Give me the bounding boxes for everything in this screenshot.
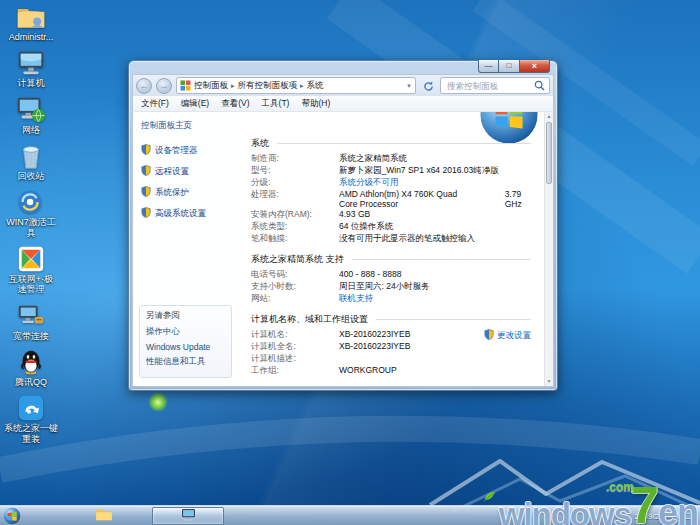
info-row: 笔和触摸:没有可用于此显示器的笔或触控输入: [251, 233, 531, 245]
section-title: Windows 激活: [251, 385, 308, 387]
address-dropdown-icon[interactable]: ▼: [406, 83, 412, 89]
see-also-link-1[interactable]: Windows Update: [146, 342, 225, 352]
sidebar: 控制面板主页 设备管理器远程设置系统保护高级系统设置 另请参阅 操作中心Wind…: [133, 112, 237, 386]
control-panel-icon: [180, 77, 191, 94]
maximize-button[interactable]: □: [499, 60, 520, 73]
desktop-icon-recycle-bin[interactable]: 回收站: [2, 142, 60, 181]
desktop-icon-label: 腾讯QQ: [15, 377, 47, 387]
info-row: 网站:联机支持: [251, 293, 531, 305]
row-value: 周日至周六: 24小时服务: [339, 281, 430, 293]
section-header: Windows 激活: [251, 384, 531, 386]
taskbar: 2009/2/3 星期二: [0, 505, 700, 525]
menu-item-2[interactable]: 查看(V): [221, 98, 249, 110]
row-value: 64 位操作系统: [339, 221, 393, 233]
back-button[interactable]: ←: [136, 78, 152, 94]
scroll-down-icon[interactable]: ▼: [545, 377, 553, 386]
navigation-bar: ← → 控制面板▸所有控制面板项▸系统 ▼: [132, 74, 554, 96]
system-window-icon: [181, 507, 196, 525]
row-label: 型号:: [251, 165, 339, 177]
desktop-icon-network[interactable]: 网络: [2, 96, 60, 135]
desktop-icon-computer[interactable]: 计算机: [2, 49, 60, 88]
info-row: 计算机全名:XB-20160223IYEB: [251, 341, 531, 353]
menu-item-3[interactable]: 工具(T): [262, 98, 290, 110]
desktop: Administr...计算机网络回收站WIN7激活工 具互联网+·极 速管理宽…: [0, 0, 700, 525]
breadcrumb-item-2[interactable]: 系统: [307, 80, 324, 92]
row-label: 系统类型:: [251, 221, 339, 233]
shield-icon: [141, 144, 151, 157]
sidebar-task-3[interactable]: 高级系统设置: [141, 207, 231, 220]
section-rule: [277, 143, 531, 144]
menu-item-1[interactable]: 编辑(E): [181, 98, 209, 110]
scrollbar-thumb[interactable]: [546, 122, 552, 184]
sidebar-task-label: 系统保护: [155, 187, 189, 199]
taskbar-clock[interactable]: 2009/2/3 星期二: [635, 511, 692, 522]
breadcrumb-separator-icon: ▸: [231, 82, 235, 90]
refresh-button[interactable]: [420, 78, 436, 94]
scrollbar[interactable]: ▲ ▼: [544, 112, 553, 386]
value-link[interactable]: 系统分级不可用: [339, 177, 399, 189]
desktop-icon-internet-manager[interactable]: 互联网+·极 速管理: [2, 245, 60, 295]
row-value: 400 - 888 - 8888: [339, 269, 401, 279]
row-label: 计算机全名:: [251, 341, 339, 353]
onekey-reinstall-icon: [16, 394, 46, 422]
sidebar-task-1[interactable]: 远程设置: [141, 165, 231, 178]
taskbar-explorer-button[interactable]: [90, 507, 118, 525]
sidebar-task-0[interactable]: 设备管理器: [141, 144, 231, 157]
sidebar-task-2[interactable]: 系统保护: [141, 186, 231, 199]
window-titlebar[interactable]: — □ ×: [132, 61, 554, 74]
desktop-icon-broadband[interactable]: 宽带连接: [2, 302, 60, 341]
desktop-icon-label: WIN7激活工 具: [6, 217, 56, 238]
desktop-icon-label: 系统之家一键 重装: [4, 423, 58, 444]
recycle-bin-icon: [16, 142, 46, 170]
win7-activator-icon: [16, 188, 46, 216]
breadcrumb-item-1[interactable]: 所有控制面板项: [238, 80, 298, 92]
section-0: 系统制造商:系统之家精简系统型号:新萝卜家园_Win7 SP1 x64 2016…: [251, 136, 531, 245]
search-icon[interactable]: [534, 77, 545, 95]
row-value: [339, 353, 341, 363]
info-row: 电话号码:400 - 888 - 8888: [251, 269, 531, 281]
value-link[interactable]: 联机支持: [339, 293, 373, 305]
menu-item-4[interactable]: 帮助(H): [301, 98, 330, 110]
section-header: 计算机名称、域和工作组设置: [251, 312, 531, 326]
row-value: XB-20160223IYEB: [339, 341, 410, 351]
info-row: 分级:系统分级不可用: [251, 177, 531, 189]
desktop-icons: Administr...计算机网络回收站WIN7激活工 具互联网+·极 速管理宽…: [2, 3, 60, 451]
section-2: 计算机名称、域和工作组设置计算机名:XB-20160223IYEB更改设置计算机…: [251, 312, 531, 377]
desktop-icon-label: Administr...: [9, 32, 54, 42]
show-desktop-button[interactable]: [696, 506, 700, 525]
see-also-header: 另请参阅: [146, 310, 225, 322]
row-value: 没有可用于此显示器的笔或触控输入: [339, 233, 475, 245]
shield-icon: [141, 165, 151, 178]
info-row: 工作组:WORKGROUP: [251, 365, 531, 377]
see-also-link-2[interactable]: 性能信息和工具: [146, 356, 225, 368]
row-label: 电话号码:: [251, 269, 339, 281]
address-bar[interactable]: 控制面板▸所有控制面板项▸系统 ▼: [176, 77, 416, 94]
main-content: 系统制造商:系统之家精简系统型号:新萝卜家园_Win7 SP1 x64 2016…: [237, 112, 553, 386]
minimize-button[interactable]: —: [478, 60, 499, 73]
desktop-icon-onekey-reinstall[interactable]: 系统之家一键 重装: [2, 394, 60, 444]
sidebar-task-label: 远程设置: [155, 166, 189, 178]
sidebar-home-link[interactable]: 控制面板主页: [141, 120, 231, 132]
scroll-up-icon[interactable]: ▲: [545, 112, 553, 121]
search-input[interactable]: [445, 80, 532, 92]
breadcrumb-item-0[interactable]: 控制面板: [194, 80, 228, 92]
start-button[interactable]: [3, 507, 21, 525]
row-value: 4.93 GB: [339, 209, 370, 219]
taskbar-system-window-button[interactable]: [152, 507, 224, 525]
menu-item-0[interactable]: 文件(F): [141, 98, 169, 110]
close-button[interactable]: ×: [520, 60, 550, 73]
info-row: 计算机名:XB-20160223IYEB更改设置: [251, 329, 531, 341]
desktop-icon-win7-activator[interactable]: WIN7激活工 具: [2, 188, 60, 238]
desktop-icon-qq[interactable]: 腾讯QQ: [2, 348, 60, 387]
search-box[interactable]: [440, 77, 550, 94]
row-value: WORKGROUP: [339, 365, 397, 375]
info-row: 计算机描述:: [251, 353, 531, 365]
section-header: 系统之家精简系统 支持: [251, 252, 531, 266]
section-1: 系统之家精简系统 支持电话号码:400 - 888 - 8888支持小时数:周日…: [251, 252, 531, 305]
forward-button[interactable]: →: [156, 78, 172, 94]
row-value: 系统之家精简系统: [339, 153, 407, 165]
section-header: 系统: [251, 136, 531, 150]
see-also-link-0[interactable]: 操作中心: [146, 326, 225, 338]
section-rule: [376, 319, 531, 320]
desktop-icon-administrator[interactable]: Administr...: [2, 3, 60, 42]
